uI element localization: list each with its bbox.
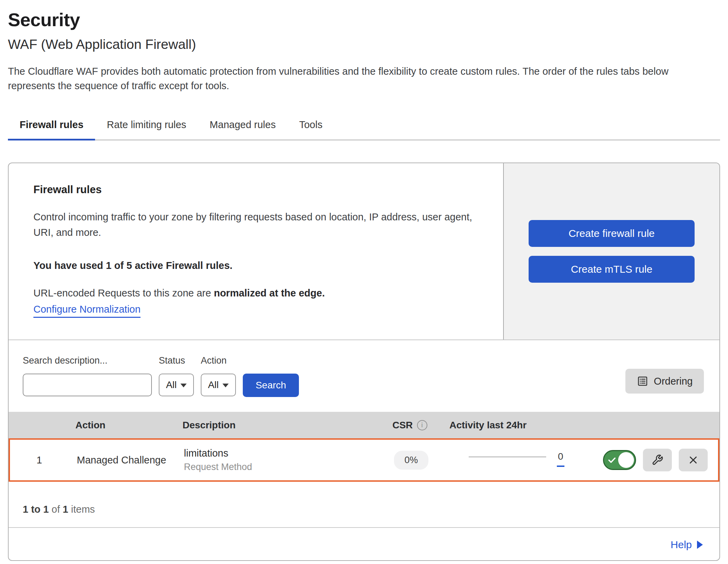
firewall-rules-intro: Firewall rules Control incoming traffic … (9, 163, 503, 340)
chevron-down-icon (180, 384, 187, 387)
tab-managed-rules[interactable]: Managed rules (198, 114, 288, 139)
edit-rule-button[interactable] (643, 449, 672, 471)
ordering-button-label: Ordering (654, 376, 693, 387)
tab-firewall-rules[interactable]: Firewall rules (8, 114, 95, 139)
csr-badge: 0% (394, 451, 428, 470)
status-dropdown[interactable]: All (159, 374, 194, 396)
security-waf-page: Security WAF (Web Application Firewall) … (0, 9, 728, 561)
search-input-box[interactable] (23, 374, 152, 396)
intro-heading: Firewall rules (33, 183, 489, 196)
card-top-section: Firewall rules Control incoming traffic … (9, 163, 719, 340)
pagination-of: of (52, 504, 60, 515)
card-footer: Help (9, 527, 719, 561)
action-filter-group: Action All (201, 355, 236, 396)
normalization-text: URL-encoded Requests to this zone are no… (33, 287, 489, 299)
status-filter-group: Status All (159, 355, 194, 396)
rule-action: Managed Challenge (69, 455, 179, 466)
toggle-knob (618, 452, 634, 468)
help-link[interactable]: Help (670, 539, 703, 551)
arrow-right-icon (697, 541, 703, 549)
page-subtitle: WAF (Web Application Firewall) (8, 36, 720, 52)
ordering-button[interactable]: Ordering (625, 369, 704, 394)
rule-csr-cell: 0% (394, 451, 428, 470)
status-label: Status (159, 355, 194, 366)
rule-activity-cell: 0 (451, 452, 571, 468)
search-description-label: Search description... (23, 355, 152, 366)
search-input[interactable] (33, 374, 155, 396)
csr-header-label: CSR (392, 420, 413, 431)
search-filter-group: Search description... (23, 355, 152, 396)
column-description-header: Description (177, 420, 370, 431)
close-icon (687, 454, 699, 466)
rule-description: limitations (184, 448, 372, 459)
page-description: The Cloudflare WAF provides both automat… (8, 64, 717, 93)
pagination-range: 1 to 1 (23, 504, 49, 515)
ordered-list-icon (637, 375, 648, 387)
configure-normalization-link[interactable]: Configure Normalization (33, 304, 141, 318)
rule-priority: 1 (10, 455, 69, 466)
pagination-status: 1 to 1 of 1 items (9, 482, 719, 527)
help-link-label: Help (670, 539, 692, 551)
rules-table-header: Action Description CSR i Activity last 2… (9, 412, 719, 438)
rule-enabled-toggle[interactable] (603, 450, 636, 470)
chevron-down-icon (222, 384, 229, 387)
action-dropdown-value: All (208, 379, 219, 390)
normalization-text-prefix: URL-encoded Requests to this zone are (33, 288, 211, 299)
table-row-highlighted: 1 Managed Challenge limitations Request … (9, 438, 719, 482)
tab-tools[interactable]: Tools (288, 114, 334, 139)
rules-usage-text: You have used 1 of 5 active Firewall rul… (33, 260, 489, 271)
intro-body: Control incoming traffic to your zone by… (33, 209, 489, 240)
info-icon[interactable]: i (417, 420, 427, 430)
search-button[interactable]: Search (243, 374, 299, 397)
wrench-icon (652, 454, 663, 466)
delete-rule-button[interactable] (679, 449, 708, 471)
create-rule-panel: Create firewall rule Create mTLS rule (503, 163, 719, 340)
rule-description-sub: Request Method (184, 462, 372, 472)
column-action-header: Action (67, 420, 177, 431)
action-label: Action (201, 355, 236, 366)
column-csr-header: CSR i (392, 420, 427, 431)
pagination-total: 1 (63, 504, 68, 515)
status-dropdown-value: All (166, 379, 177, 390)
action-dropdown[interactable]: All (201, 374, 236, 396)
check-icon (607, 456, 616, 464)
column-activity-header: Activity last 24hr (449, 420, 570, 431)
pagination-items: items (71, 504, 95, 515)
normalization-text-bold: normalized at the edge. (214, 288, 325, 299)
search-button-group: Search (243, 355, 299, 397)
tab-rate-limiting-rules[interactable]: Rate limiting rules (95, 114, 198, 139)
rules-tab-bar: Firewall rules Rate limiting rules Manag… (8, 114, 720, 140)
create-mtls-rule-button[interactable]: Create mTLS rule (529, 256, 695, 283)
activity-count-link[interactable]: 0 (558, 452, 563, 461)
filter-bar: Search description... Status All Action (9, 340, 719, 412)
rule-description-cell: limitations Request Method (179, 448, 372, 472)
firewall-rules-card: Firewall rules Control incoming traffic … (8, 163, 720, 561)
rule-controls-cell (571, 449, 718, 471)
page-title: Security (8, 9, 720, 30)
activity-sparkline (469, 457, 546, 457)
create-firewall-rule-button[interactable]: Create firewall rule (529, 220, 695, 247)
